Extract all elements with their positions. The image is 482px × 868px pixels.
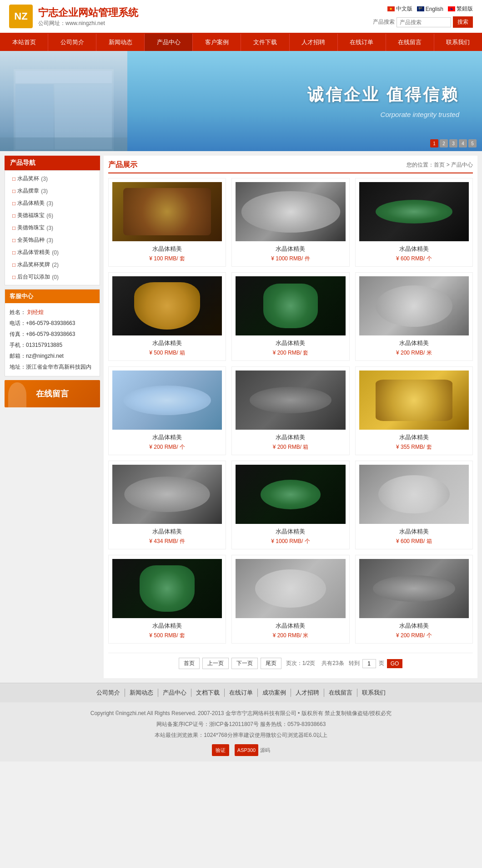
product-price-5: ¥ 200 RMB/ 米: [359, 349, 469, 357]
minus-icon-5: □: [12, 237, 15, 244]
product-card-2[interactable]: 水晶体精美 ¥ 600 RMB/ 个: [355, 178, 473, 267]
product-section-title: 产品展示: [108, 160, 137, 170]
lang-tw[interactable]: ☯ 繁錯版: [448, 5, 473, 13]
page-first-btn[interactable]: 首页: [179, 658, 200, 669]
footer-link-0[interactable]: 公司简介: [92, 689, 125, 697]
header: NZ 宁志企业网站管理系统 公司网址：www.ningzhi.net ★ 中文版…: [0, 0, 482, 34]
online-message-banner[interactable]: 在线留言: [5, 380, 100, 407]
product-name-0: 水晶体精美: [112, 245, 222, 253]
footer-link-2[interactable]: 产品中心: [158, 689, 191, 697]
product-card-13[interactable]: 水晶体精美 ¥ 200 RMB/ 米: [231, 555, 349, 644]
dot-3[interactable]: 3: [449, 139, 457, 147]
product-price-14: ¥ 200 RMB/ 个: [359, 632, 469, 640]
product-price-4: ¥ 200 RMB/ 套: [236, 349, 345, 357]
name-label: 姓名：: [10, 309, 26, 315]
flag-tw-icon: ☯: [448, 6, 455, 11]
product-name-2: 水晶体精美: [359, 245, 469, 253]
search-button[interactable]: 搜索: [453, 16, 473, 28]
search-input[interactable]: [397, 17, 451, 27]
site-name: 宁志企业网站管理系统: [38, 6, 138, 20]
sidebar-item-4[interactable]: □ 美德饰珠宝 (3): [5, 222, 100, 234]
sidebar-item-3[interactable]: □ 美德福珠宝 (6): [5, 209, 100, 222]
nav-item-download[interactable]: 文件下载: [241, 34, 289, 51]
product-card-11[interactable]: 水晶体精美 ¥ 600 RMB/ 箱: [355, 461, 473, 549]
sidebar-item-1[interactable]: □ 水晶摆章 (3): [5, 185, 100, 197]
dot-1[interactable]: 1: [430, 139, 438, 147]
asp300-badge[interactable]: ASP300 源码: [235, 744, 270, 756]
logo-box[interactable]: NZ: [9, 5, 33, 28]
product-img-4: [236, 276, 345, 335]
product-card-5[interactable]: 水晶体精美 ¥ 200 RMB/ 米: [355, 272, 473, 361]
product-card-9[interactable]: 水晶体精美 ¥ 434 RMB/ 件: [108, 461, 226, 549]
customer-info: 姓名： 刘经煌 电话：+86-0579-83938663 传真：+86-0579…: [5, 303, 100, 376]
sidebar-item-7[interactable]: □ 水晶奖杯奖牌 (2): [5, 259, 100, 271]
lang-en[interactable]: 🏴 English: [417, 5, 443, 13]
sidebar-item-5[interactable]: □ 全英饰品种 (3): [5, 234, 100, 246]
product-card-14[interactable]: 水晶体精美 ¥ 200 RMB/ 个: [355, 555, 473, 644]
page-go-btn[interactable]: GO: [387, 659, 403, 668]
footer-link-8[interactable]: 联系我们: [357, 689, 390, 697]
product-grid: 水晶体精美 ¥ 100 RMB/ 套 水晶体精美 ¥ 1000 RMB/ 件 水…: [108, 178, 473, 644]
product-price-7: ¥ 200 RMB/ 箱: [236, 443, 345, 451]
product-price-0: ¥ 100 RMB/ 套: [112, 255, 222, 263]
page-goto-input[interactable]: [362, 659, 376, 668]
minus-icon-1: □: [12, 188, 15, 194]
product-img-8: [359, 371, 469, 430]
product-card-6[interactable]: 水晶体精美 ¥ 200 RMB/ 个: [108, 366, 226, 455]
nav-item-contact[interactable]: 联系我们: [434, 34, 482, 51]
customer-fax: 传真：+86-0579-83938663: [10, 329, 95, 340]
customer-service-title: 客服中心: [5, 289, 100, 303]
lang-cn[interactable]: ★ 中文版: [387, 5, 412, 13]
product-header: 产品展示 您的位置：首页 > 产品中心: [108, 160, 473, 173]
sidebar-item-6[interactable]: □ 水晶体管精美 (0): [5, 246, 100, 259]
product-card-7[interactable]: 水晶体精美 ¥ 200 RMB/ 箱: [231, 366, 349, 455]
banner-building: [0, 51, 127, 151]
content-area: 产品导航 □ 水晶奖杯 (3) □ 水晶摆章 (3) □ 水晶体精美 (3): [0, 151, 482, 683]
nav-item-order[interactable]: 在线订单: [338, 34, 386, 51]
product-card-0[interactable]: 水晶体精美 ¥ 100 RMB/ 套: [108, 178, 226, 267]
footer-link-1[interactable]: 新闻动态: [125, 689, 158, 697]
sidebar-item-8[interactable]: □ 后台可以添加 (0): [5, 271, 100, 283]
product-card-8[interactable]: 水晶体精美 ¥ 355 RMB/ 套: [355, 366, 473, 455]
product-card-10[interactable]: 水晶体精美 ¥ 1000 RMB/ 个: [231, 461, 349, 549]
footer-link-6[interactable]: 人才招聘: [291, 689, 324, 697]
nav-item-recruit[interactable]: 人才招聘: [290, 34, 338, 51]
product-name-11: 水晶体精美: [359, 528, 469, 536]
dot-2[interactable]: 2: [440, 139, 448, 147]
dot-5[interactable]: 5: [468, 139, 477, 147]
product-card-4[interactable]: 水晶体精美 ¥ 200 RMB/ 套: [231, 272, 349, 361]
product-name-6: 水晶体精美: [112, 433, 222, 442]
pagination: 首页 上一页 下一页 尾页 页次：1/2页 共有23条 转到 页 GO: [108, 653, 473, 674]
page-goto-prefix: 转到: [349, 660, 360, 667]
product-price-10: ¥ 1000 RMB/ 个: [236, 538, 345, 545]
product-card-1[interactable]: 水晶体精美 ¥ 1000 RMB/ 件: [231, 178, 349, 267]
footer-link-7[interactable]: 在线留言: [324, 689, 357, 697]
nav-item-home[interactable]: 本站首页: [0, 34, 48, 51]
page-prev-btn[interactable]: 上一页: [202, 658, 229, 669]
footer-link-3[interactable]: 文档下载: [191, 689, 225, 697]
page-next-btn[interactable]: 下一页: [231, 658, 258, 669]
footer-copyright: Copyright ©ningzhi.net All Rights Reserv…: [5, 708, 477, 719]
site-title: 宁志企业网站管理系统 公司网址：www.ningzhi.net: [38, 6, 138, 27]
footer-link-4[interactable]: 在线订单: [225, 689, 258, 697]
sidebar-item-0[interactable]: □ 水晶奖杯 (3): [5, 173, 100, 185]
footer-link-5[interactable]: 成功案例: [258, 689, 291, 697]
nav-item-products[interactable]: 产品中心: [145, 34, 193, 51]
nav-item-message[interactable]: 在线留言: [386, 34, 434, 51]
dot-4[interactable]: 4: [459, 139, 467, 147]
product-card-3[interactable]: 水晶体精美 ¥ 500 RMB/ 箱: [108, 272, 226, 361]
product-img-6: [112, 371, 222, 430]
product-card-12[interactable]: 水晶体精美 ¥ 500 RMB/ 套: [108, 555, 226, 644]
product-price-13: ¥ 200 RMB/ 米: [236, 632, 345, 640]
sidebar-item-2[interactable]: □ 水晶体精美 (3): [5, 197, 100, 209]
search-label: 产品搜索: [373, 18, 395, 26]
nav-item-news[interactable]: 新闻动态: [96, 34, 145, 51]
nav-item-about[interactable]: 公司简介: [48, 34, 96, 51]
main-content: 产品展示 您的位置：首页 > 产品中心 水晶体精美 ¥ 100 RMB/ 套 水…: [104, 156, 477, 678]
page-last-btn[interactable]: 尾页: [261, 658, 281, 669]
nav-item-cases[interactable]: 客户案例: [193, 34, 241, 51]
sidebar-product-nav-body: □ 水晶奖杯 (3) □ 水晶摆章 (3) □ 水晶体精美 (3) □ 美德福珠…: [5, 170, 100, 285]
breadcrumb: 您的位置：首页 > 产品中心: [407, 161, 473, 169]
verify-badge[interactable]: 验证: [212, 744, 229, 756]
footer-recommend: 本站最佳浏览效果：1024*768分辨率建议使用微软公司浏览器IE6.0以上: [5, 730, 477, 741]
